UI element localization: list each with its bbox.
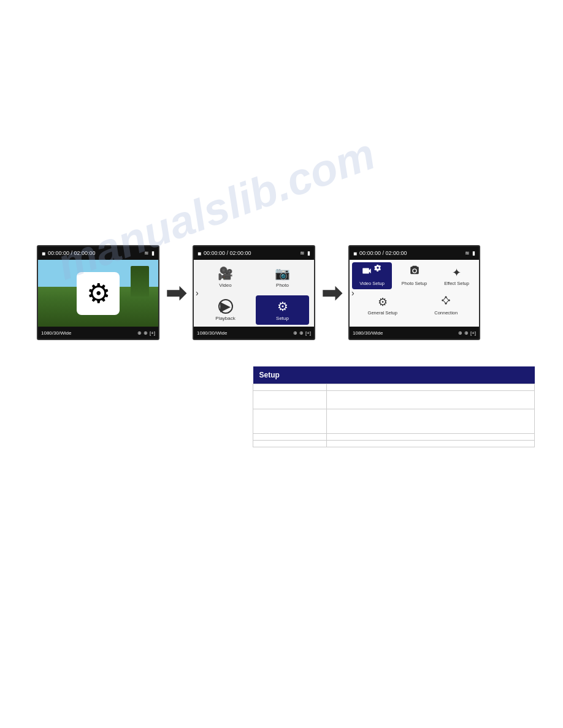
camera-screen-2: ■ 00:00:00 / 02:00:00 ≋ ▮ › 🎥 Video 📷 — [193, 245, 315, 340]
table-cell-right-1 — [327, 384, 535, 391]
photo-setup-label: Photo Setup — [402, 281, 427, 286]
zoom-icon-2: ⊕ — [293, 330, 297, 336]
bottom-bar-2: 1080/30/Wide ⊕ ⊕ [+] — [194, 327, 314, 339]
table-cell-left-4 — [253, 434, 327, 441]
status-bar-right-1: ≋ ▮ — [144, 250, 155, 256]
table-cell-left-3 — [253, 409, 327, 434]
battery-icon-3: ▮ — [472, 250, 475, 256]
battery-icon-2: ▮ — [307, 250, 310, 256]
resolution-text-2: 1080/30/Wide — [197, 330, 227, 336]
status-bar-left-3: ■ 00:00:00 / 02:00:00 — [353, 250, 407, 257]
playback-menu-icon: ▶ — [218, 299, 233, 314]
menu-item-photo-setup[interactable]: Photo Setup — [394, 262, 434, 289]
menu-grid-2: 🎥 Video 📷 Photo ▶ Playback ⚙ Setup — [199, 262, 309, 325]
page: manualslib.com ■ 00:00:00 / 02:00:00 ≋ ▮ — [0, 0, 563, 728]
bottom-bar-3: 1080/30/Wide ⊕ ⊕ [+] — [350, 327, 479, 339]
table-cell-right-3 — [327, 409, 535, 434]
globe-icon-2: ⊕ — [299, 330, 304, 336]
status-bar-right-3: ≋ ▮ — [465, 250, 475, 256]
screens-container: ■ 00:00:00 / 02:00:00 ≋ ▮ ⚙ 1080/30/Wid — [37, 245, 480, 340]
menu-item-video[interactable]: 🎥 Video — [199, 262, 252, 292]
svg-point-0 — [442, 300, 444, 301]
svg-point-2 — [448, 300, 450, 301]
resolution-text-1: 1080/30/Wide — [41, 330, 71, 336]
table-cell-left-5 — [253, 441, 327, 447]
zoom-icon-1: ⊕ — [137, 330, 142, 336]
menu-item-general-setup[interactable]: ⚙ General Setup — [352, 292, 413, 319]
table-row-3 — [253, 409, 535, 434]
bracket-icon-1: [+] — [150, 330, 155, 336]
table-cell-left-1 — [253, 384, 327, 391]
bottom-icons-2: ⊕ ⊕ [+] — [293, 330, 311, 336]
gear-icon-large: ⚙ — [86, 278, 110, 309]
table-container: Setup — [253, 366, 535, 447]
battery-icon-1: ▮ — [151, 250, 155, 256]
globe-icon-1: ⊕ — [144, 330, 148, 336]
video-record-icon-1: ■ — [42, 250, 45, 257]
setup-table: Setup — [253, 366, 535, 447]
video-menu-label: Video — [219, 282, 231, 288]
connection-label: Connection — [434, 310, 458, 316]
photo-setup-icon — [409, 265, 420, 279]
table-header: Setup — [253, 366, 535, 384]
bottom-icons-1: ⊕ ⊕ [+] — [137, 330, 155, 336]
video-setup-icon — [361, 265, 383, 279]
status-bar-left-1: ■ 00:00:00 / 02:00:00 — [42, 250, 96, 257]
menu-grid-large-bottom: ⚙ General Setup Connection — [352, 292, 477, 319]
chevron-icon-2: › — [196, 288, 199, 298]
bottom-bar-1: 1080/30/Wide ⊕ ⊕ [+] — [38, 327, 158, 339]
table-cell-left-2 — [253, 391, 327, 409]
table-row-4 — [253, 434, 535, 441]
bottom-icons-3: ⊕ ⊕ [+] — [458, 330, 476, 336]
globe-icon-3: ⊕ — [464, 330, 469, 336]
right-arrow-icon: ➡ — [166, 279, 186, 307]
wifi-icon-3: ≋ — [465, 250, 470, 256]
chevron-icon-3: › — [351, 288, 354, 298]
right-arrow-icon-2: ➡ — [321, 279, 342, 307]
menu-grid-large-top: Video Setup Photo Setup ✦ Effect Setup — [352, 262, 477, 289]
video-menu-icon: 🎥 — [218, 266, 233, 281]
menu-overlay-2: 🎥 Video 📷 Photo ▶ Playback ⚙ Setup — [194, 260, 314, 327]
effect-setup-label: Effect Setup — [444, 281, 469, 286]
bracket-icon-3: [+] — [470, 330, 476, 336]
menu-item-video-setup[interactable]: Video Setup — [352, 262, 392, 289]
general-setup-icon: ⚙ — [378, 295, 388, 309]
setup-menu-icon: ⚙ — [277, 299, 288, 314]
table-row-5 — [253, 441, 535, 447]
table-cell-right-5 — [327, 441, 535, 447]
camera-screen-3: ■ 00:00:00 / 02:00:00 ≋ ▮ › — [348, 245, 480, 340]
time-display-1: 00:00:00 / 02:00:00 — [48, 250, 96, 256]
svg-line-5 — [446, 298, 448, 300]
status-bar-2: ■ 00:00:00 / 02:00:00 ≋ ▮ — [194, 246, 314, 260]
wifi-icon-1: ≋ — [144, 250, 149, 256]
menu-item-connection[interactable]: Connection — [416, 292, 477, 319]
status-bar-right-2: ≋ ▮ — [300, 250, 310, 256]
photo-menu-label: Photo — [276, 282, 289, 288]
svg-line-4 — [444, 298, 446, 300]
connection-icon — [440, 295, 451, 309]
photo-menu-icon: 📷 — [275, 266, 290, 281]
tree-silhouette — [131, 266, 149, 297]
status-bar-left-2: ■ 00:00:00 / 02:00:00 — [197, 250, 251, 257]
video-setup-label: Video Setup — [359, 281, 385, 286]
bracket-icon-2: [+] — [305, 330, 311, 336]
table-cell-right-2 — [327, 391, 535, 409]
arrow-2: ➡ — [315, 279, 348, 307]
time-display-3: 00:00:00 / 02:00:00 — [359, 250, 407, 256]
wifi-icon-2: ≋ — [300, 250, 305, 256]
camera-body-1: ⚙ — [38, 260, 158, 327]
menu-item-photo[interactable]: 📷 Photo — [256, 262, 309, 292]
time-display-2: 00:00:00 / 02:00:00 — [204, 250, 251, 256]
menu-item-playback[interactable]: ▶ Playback — [199, 295, 252, 325]
status-bar-1: ■ 00:00:00 / 02:00:00 ≋ ▮ — [38, 246, 158, 260]
video-record-icon-2: ■ — [197, 250, 201, 257]
table-row-1 — [253, 384, 535, 391]
video-record-icon-3: ■ — [353, 250, 357, 257]
playback-menu-label: Playback — [215, 316, 235, 321]
menu-item-setup[interactable]: ⚙ Setup — [256, 295, 309, 325]
svg-line-7 — [444, 301, 446, 303]
camera-screen-1: ■ 00:00:00 / 02:00:00 ≋ ▮ ⚙ 1080/30/Wid — [37, 245, 159, 340]
menu-item-effect-setup[interactable]: ✦ Effect Setup — [437, 262, 477, 289]
table-row-2 — [253, 391, 535, 409]
general-setup-label: General Setup — [368, 310, 397, 316]
